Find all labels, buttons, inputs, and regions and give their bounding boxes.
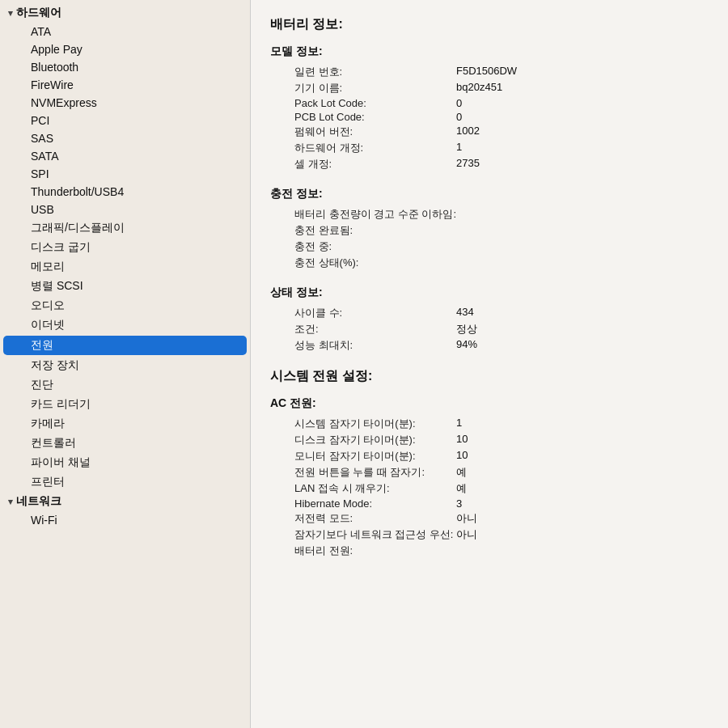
- page-title: 배터리 정보:: [270, 16, 709, 33]
- sidebar-item-NVMExpress[interactable]: NVMExpress: [0, 94, 250, 112]
- info-row: 기기 이름:bq20z451: [270, 80, 709, 96]
- info-label: 저전력 모드:: [294, 511, 456, 526]
- sidebar-item-이더넷[interactable]: 이더넷: [0, 315, 250, 335]
- status-section-title: 상태 정보:: [270, 286, 709, 300]
- info-label: 사이클 수:: [294, 306, 456, 320]
- info-label: 디스크 잠자기 타이머(분):: [294, 433, 456, 447]
- sidebar-item-오디오[interactable]: 오디오: [0, 296, 250, 315]
- info-label: 충전 완료됨:: [294, 223, 456, 238]
- sidebar-network-label: 네트워크: [16, 494, 61, 509]
- info-label: PCB Lot Code:: [294, 111, 456, 123]
- sidebar-hardware-items: ATAApple PayBluetoothFireWireNVMExpressP…: [0, 23, 250, 492]
- sidebar-network-header[interactable]: ▾ 네트워크: [0, 492, 250, 511]
- info-row: 조건:정상: [270, 321, 709, 337]
- sidebar-hardware-header[interactable]: ▾ 하드웨어: [0, 3, 250, 23]
- sidebar-item-Apple-Pay[interactable]: Apple Pay: [0, 40, 250, 58]
- info-row: 하드웨어 개정:1: [270, 140, 709, 156]
- power-section-title: 시스템 전원 설정:: [270, 368, 709, 385]
- info-label: 기기 이름:: [294, 81, 456, 95]
- status-info-block: 상태 정보: 사이클 수:434조건:정상성능 최대치:94%: [270, 286, 709, 353]
- info-value: 아니: [456, 511, 477, 526]
- sidebar-item-SPI[interactable]: SPI: [0, 165, 250, 183]
- info-label: 시스템 잠자기 타이머(분):: [294, 417, 456, 431]
- sidebar-hardware-label: 하드웨어: [16, 6, 61, 20]
- info-row: 모니터 잠자기 타이머(분):10: [270, 448, 709, 464]
- info-value: 10: [456, 449, 468, 463]
- sidebar-item-ATA[interactable]: ATA: [0, 23, 250, 40]
- info-row: Hibernate Mode:3: [270, 497, 709, 510]
- sidebar-item-파이버-채널[interactable]: 파이버 채널: [0, 453, 250, 472]
- info-row: 배터리 충전량이 경고 수준 이하임:: [270, 206, 709, 222]
- info-row: 사이클 수:434: [270, 305, 709, 321]
- info-row: PCB Lot Code:0: [270, 110, 709, 124]
- model-info-block: 모델 정보: 일련 번호:F5D1506DW기기 이름:bq20z451Pack…: [270, 44, 709, 172]
- chevron-down-icon: ▾: [8, 8, 13, 19]
- info-value: bq20z451: [456, 81, 502, 95]
- sidebar-item-메모리[interactable]: 메모리: [0, 257, 250, 277]
- info-row: LAN 접속 시 깨우기:예: [270, 480, 709, 497]
- sidebar-item-그래픽/디스플레이[interactable]: 그래픽/디스플레이: [0, 218, 250, 238]
- info-row: 충전 상태(%):: [270, 255, 709, 271]
- info-value: 0: [456, 97, 462, 109]
- info-row: 디스크 잠자기 타이머(분):10: [270, 432, 709, 448]
- status-rows: 사이클 수:434조건:정상성능 최대치:94%: [270, 305, 709, 353]
- info-label: 셀 개정:: [294, 157, 456, 171]
- content-panel: 배터리 정보: 모델 정보: 일련 번호:F5D1506DW기기 이름:bq20…: [251, 0, 728, 728]
- info-row: 저전력 모드:아니: [270, 510, 709, 527]
- info-label: 성능 최대치:: [294, 338, 456, 353]
- ac-info-block: AC 전원: 시스템 잠자기 타이머(분):1디스크 잠자기 타이머(분):10…: [270, 396, 709, 559]
- sidebar-item-Wi-Fi[interactable]: Wi-Fi: [0, 511, 250, 529]
- info-row: 성능 최대치:94%: [270, 337, 709, 353]
- info-value: 1: [456, 417, 462, 431]
- model-section-title: 모델 정보:: [270, 44, 709, 59]
- sidebar-item-Bluetooth[interactable]: Bluetooth: [0, 58, 250, 76]
- info-label: 전원 버튼을 누를 때 잠자기:: [294, 465, 456, 480]
- sidebar-item-카메라[interactable]: 카메라: [0, 414, 250, 434]
- charge-rows: 배터리 충전량이 경고 수준 이하임:충전 완료됨:충전 중:충전 상태(%):: [270, 206, 709, 271]
- sidebar-item-병렬-SCSI[interactable]: 병렬 SCSI: [0, 277, 250, 296]
- info-row: Pack Lot Code:0: [270, 96, 709, 110]
- info-label: 배터리 충전량이 경고 수준 이하임:: [294, 207, 456, 222]
- info-row: 충전 완료됨:: [270, 222, 709, 239]
- sidebar-item-디스크-굽기[interactable]: 디스크 굽기: [0, 238, 250, 257]
- sidebar-item-프린터[interactable]: 프린터: [0, 472, 250, 492]
- sidebar-item-진단[interactable]: 진단: [0, 375, 250, 395]
- sidebar-item-Thunderbolt/USB4[interactable]: Thunderbolt/USB4: [0, 183, 250, 201]
- info-label: 배터리 전원:: [294, 544, 456, 558]
- info-row: 셀 개정:2735: [270, 156, 709, 172]
- sidebar: ▾ 하드웨어 ATAApple PayBluetoothFireWireNVME…: [0, 0, 251, 728]
- sidebar-item-저장-장치[interactable]: 저장 장치: [0, 356, 250, 375]
- sidebar-item-USB[interactable]: USB: [0, 201, 250, 218]
- chevron-down-icon-network: ▾: [8, 497, 13, 507]
- info-row: 충전 중:: [270, 239, 709, 255]
- info-row: 전원 버튼을 누를 때 잠자기:예: [270, 464, 709, 480]
- info-label: Pack Lot Code:: [294, 97, 456, 109]
- info-label: 조건:: [294, 322, 456, 336]
- info-value: 예: [456, 481, 467, 496]
- info-value: 정상: [456, 322, 477, 336]
- charge-info-block: 충전 정보: 배터리 충전량이 경고 수준 이하임:충전 완료됨:충전 중:충전…: [270, 187, 709, 271]
- info-label: 펌웨어 버전:: [294, 125, 456, 139]
- info-value: 1: [456, 141, 462, 155]
- info-label: 충전 중:: [294, 239, 456, 254]
- info-label: 하드웨어 개정:: [294, 141, 456, 155]
- sidebar-network-items: Wi-Fi: [0, 511, 250, 529]
- sidebar-item-PCI[interactable]: PCI: [0, 112, 250, 129]
- sidebar-item-SATA[interactable]: SATA: [0, 147, 250, 165]
- info-value: F5D1506DW: [456, 65, 517, 79]
- info-value: 94%: [456, 338, 477, 353]
- sidebar-item-카드-리더기[interactable]: 카드 리더기: [0, 395, 250, 414]
- info-value: 434: [456, 306, 474, 320]
- sidebar-item-FireWire[interactable]: FireWire: [0, 76, 250, 94]
- sidebar-item-SAS[interactable]: SAS: [0, 129, 250, 147]
- info-value: 아니: [456, 527, 477, 542]
- info-label: Hibernate Mode:: [294, 497, 456, 510]
- sidebar-item-전원[interactable]: 전원: [3, 336, 247, 355]
- sidebar-item-컨트롤러[interactable]: 컨트롤러: [0, 434, 250, 453]
- info-value: 3: [456, 497, 462, 510]
- info-value: 0: [456, 111, 462, 123]
- charge-section-title: 충전 정보:: [270, 187, 709, 201]
- info-row: 시스템 잠자기 타이머(분):1: [270, 416, 709, 432]
- info-row: 일련 번호:F5D1506DW: [270, 64, 709, 80]
- ac-section-title: AC 전원:: [270, 396, 709, 411]
